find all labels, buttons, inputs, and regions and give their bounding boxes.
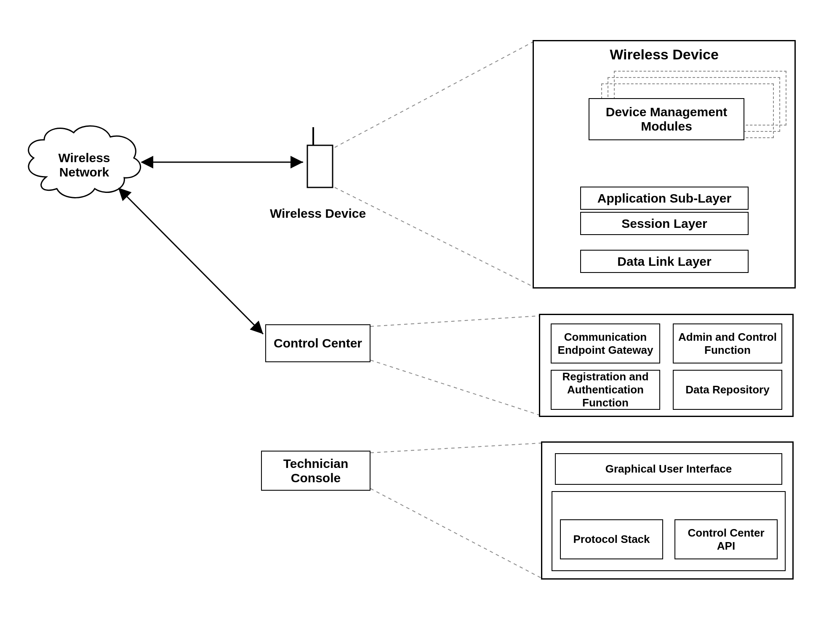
- svg-line-1: [120, 190, 263, 334]
- technician-console-detail-panel: Graphical User Interface Communication E…: [541, 441, 794, 580]
- svg-line-8: [371, 443, 541, 453]
- application-sublayer-box: Application Sub-Layer: [580, 187, 749, 210]
- wireless-device-node-label: Wireless Device: [255, 206, 381, 221]
- wireless-network-node: Wireless Network: [40, 151, 128, 179]
- svg-line-7: [371, 360, 539, 415]
- svg-line-4: [335, 42, 533, 147]
- svg-rect-3: [307, 145, 333, 187]
- admin-control-function-box: Admin and Control Function: [673, 323, 782, 363]
- svg-line-6: [371, 316, 539, 326]
- comm-endpoint-gateway-box: Communication Endpoint Gateway: [551, 323, 660, 363]
- data-link-layer-box: Data Link Layer: [580, 250, 749, 273]
- control-center-api-box: Control Center API: [674, 519, 778, 559]
- communication-engine-group: Protocol Stack Control Center API: [552, 491, 786, 571]
- wireless-device-detail-panel: Wireless Device Device Management Module…: [533, 40, 796, 289]
- session-layer-box: Session Layer: [580, 212, 749, 235]
- svg-line-9: [371, 489, 541, 578]
- gui-box: Graphical User Interface: [555, 453, 782, 485]
- registration-authentication-box: Registration and Authentication Function: [551, 370, 660, 410]
- technician-console-node: Technician Console: [261, 451, 371, 491]
- device-mgmt-modules-box: Device Management Modules: [589, 98, 744, 140]
- control-center-node: Control Center: [265, 324, 371, 362]
- protocol-stack-box: Protocol Stack: [560, 519, 663, 559]
- wireless-device-detail-title: Wireless Device: [534, 46, 794, 63]
- data-repository-box: Data Repository: [673, 370, 782, 410]
- svg-line-5: [335, 187, 533, 286]
- control-center-detail-panel: Communication Endpoint Gateway Admin and…: [539, 314, 794, 417]
